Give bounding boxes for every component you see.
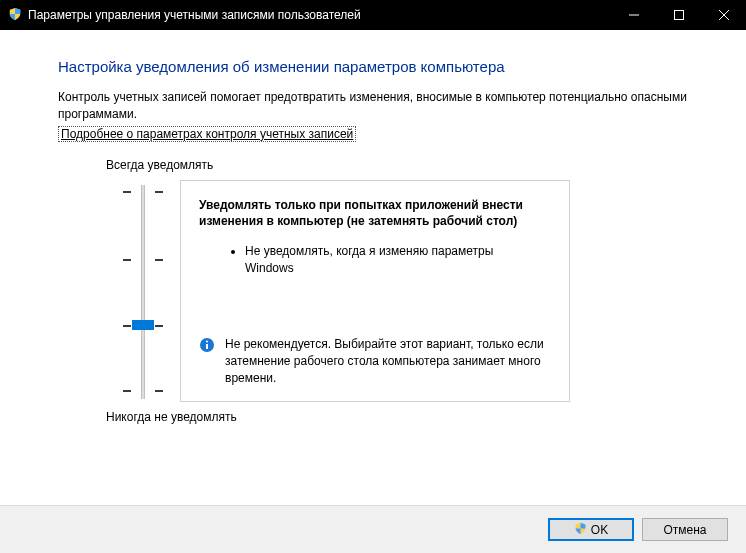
button-bar: OK Отмена xyxy=(0,505,746,553)
close-button[interactable] xyxy=(701,0,746,30)
window-title: Параметры управления учетными записями п… xyxy=(28,8,361,22)
uac-shield-icon xyxy=(574,522,587,538)
level-description-box: Уведомлять только при попытках приложени… xyxy=(180,180,570,402)
title-bar: Параметры управления учетными записями п… xyxy=(0,0,746,30)
recommendation-text: Не рекомендуется. Выбирайте этот вариант… xyxy=(225,336,551,386)
svg-rect-1 xyxy=(674,11,683,20)
slider-bottom-label: Никогда не уведомлять xyxy=(106,410,688,424)
level-title: Уведомлять только при попытках приложени… xyxy=(199,197,551,229)
cancel-button-label: Отмена xyxy=(663,523,706,537)
slider-top-label: Всегда уведомлять xyxy=(106,158,688,172)
level-bullets: Не уведомлять, когда я изменяю параметры… xyxy=(245,243,551,277)
cancel-button[interactable]: Отмена xyxy=(642,518,728,541)
ok-button-label: OK xyxy=(591,523,608,537)
minimize-button[interactable] xyxy=(611,0,656,30)
svg-rect-5 xyxy=(206,344,208,349)
page-description: Контроль учетных записей помогает предот… xyxy=(58,89,688,124)
uac-shield-icon xyxy=(8,7,22,24)
uac-slider[interactable] xyxy=(113,185,173,399)
page-heading: Настройка уведомления об изменении парам… xyxy=(58,58,688,75)
level-bullet: Не уведомлять, когда я изменяю параметры… xyxy=(245,243,551,277)
ok-button[interactable]: OK xyxy=(548,518,634,541)
info-icon xyxy=(199,337,215,356)
slider-thumb[interactable] xyxy=(132,320,154,330)
learn-more-link[interactable]: Подробнее о параметрах контроля учетных … xyxy=(58,126,356,142)
maximize-button[interactable] xyxy=(656,0,701,30)
svg-point-6 xyxy=(206,341,208,343)
